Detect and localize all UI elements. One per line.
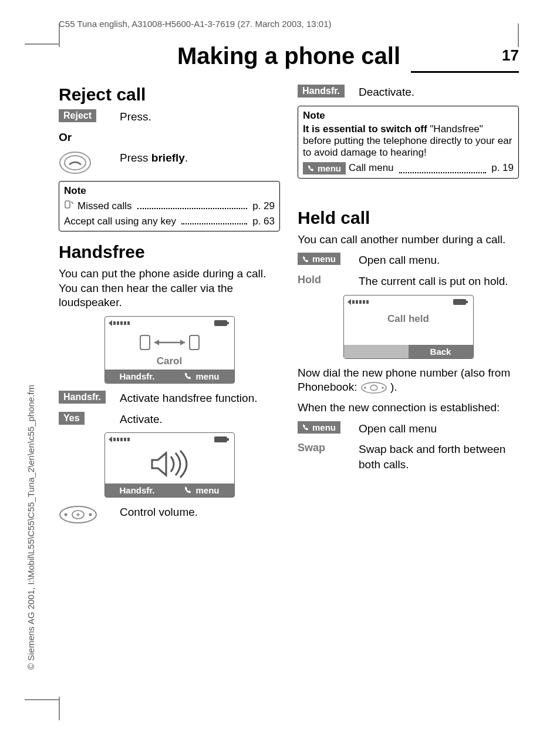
screen-softkey-right: menu [170,370,234,383]
svg-point-35 [382,387,384,389]
swap-label: Swap [298,442,325,454]
svg-rect-27 [356,300,358,304]
control-volume-text: Control volume. [120,505,280,520]
svg-point-21 [65,513,68,516]
handsfree-deact-softkey: Handsfr. [298,85,345,98]
svg-point-34 [364,387,366,389]
handsfree-softkey: Handsfr. [59,391,106,404]
held-intro: You can call another number during a cal… [298,233,519,247]
note-title: Note [64,185,275,197]
yes-softkey: Yes [59,412,85,425]
phone-screen-held: Call held Back [343,295,474,359]
svg-rect-4 [117,321,119,325]
note-body: It is essential to switch off "Handsfree… [303,123,514,159]
speaker-icon [146,449,193,479]
svg-rect-7 [127,321,130,325]
side-rocker-icon [360,381,387,394]
svg-rect-14 [117,438,119,441]
note-title: Note [303,110,514,122]
svg-point-36 [370,385,377,391]
signal-icon [348,298,373,306]
menu-softkey-icon: menu [303,162,346,174]
swap-text: Swap back and forth between both calls. [359,442,519,472]
page-title: Making a phone call [177,43,400,69]
svg-rect-13 [113,438,116,441]
battery-icon [213,435,231,444]
svg-rect-19 [227,438,229,441]
hold-label: Hold [298,274,321,286]
svg-rect-16 [124,438,126,441]
handsfree-activate-text: Activate handsfree function. [120,391,280,406]
svg-rect-32 [466,301,468,303]
end-key-icon [59,150,92,175]
established-text: When the new connection is established: [298,401,519,415]
hold-text: The current call is put on hold. [359,274,519,289]
reject-press-text: Press. [120,109,280,125]
svg-rect-31 [453,299,466,305]
svg-rect-29 [363,300,365,304]
svg-rect-18 [214,436,227,442]
screen-softkey-right: menu [170,483,234,497]
held-heading: Held call [298,208,519,228]
screen-softkey-left: Handsfr. [105,370,170,383]
svg-rect-26 [352,300,355,304]
svg-rect-17 [127,438,130,441]
yes-activate-text: Activate. [120,412,280,427]
open-call-menu2-text: Open call menu [359,421,519,436]
signal-icon [109,435,134,444]
svg-point-22 [89,513,92,516]
reject-softkey: Reject [59,109,96,122]
svg-rect-28 [359,300,362,304]
dial-new-text: Now dial the new phone number (also from… [298,366,519,395]
svg-rect-6 [124,321,126,325]
title-underline [411,71,519,73]
crop-mark [59,697,60,720]
phone-screen-speaker: Handsfr. menu [104,432,235,498]
handsfree-deact-text: Deactivate. [359,85,519,100]
svg-rect-8 [214,320,227,326]
doc-header: C55 Tuna english, A31008-H5600-A1-3-7619… [59,19,519,29]
anykey-page: p. 63 [252,216,275,227]
signal-icon [109,319,134,327]
open-call-menu-text: Open call menu. [359,253,519,268]
svg-rect-10 [140,335,150,350]
missed-calls-icon [64,200,75,212]
call-menu-label: Call menu [349,162,394,174]
handsfree-heading: Handsfree [59,242,280,262]
side-rocker-icon [59,505,97,525]
reject-heading: Reject call [59,85,280,105]
battery-icon [213,319,231,327]
phone-screen-carol: Carol Handsfr. menu [104,316,235,384]
svg-rect-5 [120,321,123,325]
svg-rect-3 [113,321,116,325]
screen-contact-name: Carol [105,355,234,367]
page-number: 17 [502,46,519,65]
call-menu-page: p. 19 [491,162,514,174]
screen-softkey-back: Back [409,345,473,358]
battery-icon [452,298,470,306]
press-briefly-text: Press briefly. [120,150,280,166]
handsfree-note-box: Note It is essential to switch off "Hand… [298,106,519,179]
svg-rect-30 [366,300,369,304]
screen-call-held: Call held [344,313,473,325]
svg-rect-15 [120,438,123,441]
handsfree-intro: You can put the phone aside during a cal… [59,267,280,310]
anykey-label: Accept call using any key [64,216,176,227]
menu-softkey-icon: menu [298,421,340,434]
crop-mark [25,699,60,700]
svg-rect-11 [190,335,199,350]
screen-softkey-left-empty [344,345,409,358]
screen-softkey-left: Handsfr. [105,483,170,497]
menu-softkey-icon: menu [298,253,340,265]
svg-rect-2 [65,201,70,208]
two-phones-icon [134,333,205,352]
missed-calls-label: Missed calls [77,200,132,212]
missed-calls-page: p. 29 [252,200,275,212]
or-label: Or [59,130,280,145]
reject-note-box: Note Missed calls p. 29 Accept call usin… [59,181,280,231]
svg-rect-9 [227,322,229,324]
